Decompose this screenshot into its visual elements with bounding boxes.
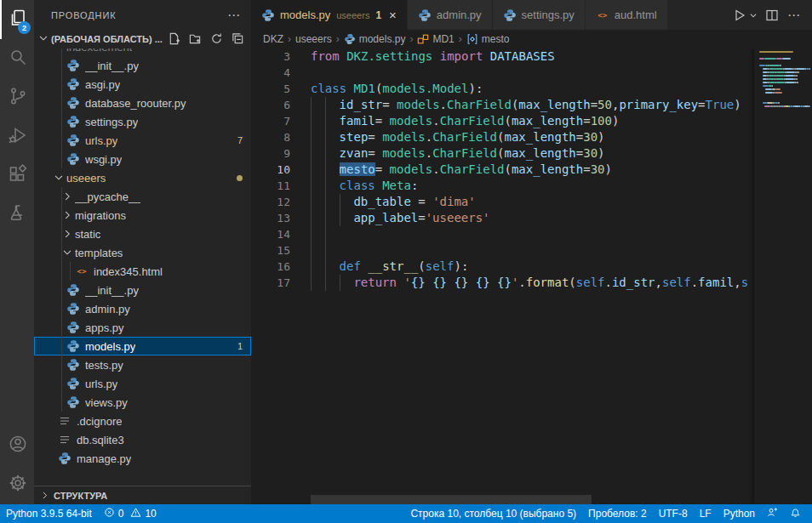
more-actions-icon[interactable]: ⋯ <box>785 6 803 25</box>
minimap-segment <box>775 78 784 80</box>
status-eol[interactable]: LF <box>694 504 718 523</box>
tab-settings-py[interactable]: settings.py <box>493 0 585 30</box>
horizontal-scrollbar[interactable] <box>311 495 592 504</box>
tree-item-label: asgi.py <box>85 78 120 91</box>
code-line[interactable]: 7famil= models.CharField(max_length=100) <box>251 113 812 129</box>
tree-item-tests-py[interactable]: tests.py <box>34 355 251 374</box>
status-language-mode[interactable]: Python <box>718 504 761 523</box>
tree-item-index345-html[interactable]: <>index345.html <box>34 262 251 281</box>
collapse-all-icon[interactable] <box>232 32 244 47</box>
tree-item-apps-py[interactable]: apps.py <box>34 318 251 337</box>
activity-account[interactable] <box>0 426 34 465</box>
status-problems[interactable]: 010 <box>98 504 163 523</box>
tree-item-database-roouter-py[interactable]: database_roouter.py <box>34 94 251 112</box>
minimap-line <box>759 85 810 88</box>
outline-section-header[interactable]: СТРУКТУРА <box>34 486 251 504</box>
code-line[interactable]: 16def __str__(self): <box>251 259 812 275</box>
breadcrumb-item-useeers[interactable]: useeers <box>295 33 332 45</box>
status-feedback[interactable] <box>761 504 784 523</box>
tree-item-label: __init__.py <box>85 60 139 72</box>
breadcrumb-item-md1[interactable]: MD1 <box>417 33 454 45</box>
breadcrumb-item-dkz[interactable]: DKZ <box>263 33 283 45</box>
modified-dot <box>237 175 243 181</box>
token: 'useeers' <box>426 211 490 225</box>
minimap-segment <box>767 102 774 104</box>
tree-item--dcignore[interactable]: .dcignore <box>34 412 251 430</box>
explorer-more-actions-icon[interactable]: ⋯ <box>227 8 241 23</box>
code-line[interactable]: 17return '{} {} {} {} {}'.format(self.id… <box>251 275 812 291</box>
line-number: 13 <box>251 210 290 226</box>
tree-item--init-py[interactable]: __init__.py <box>34 56 251 75</box>
activity-explorer[interactable]: 2 <box>0 0 34 39</box>
tree-item-urls-py[interactable]: urls.py <box>34 374 251 393</box>
tree-item-wsgi-py[interactable]: wsgi.py <box>34 150 251 168</box>
split-editor-icon[interactable] <box>763 6 781 25</box>
tree-item-static[interactable]: static <box>34 225 251 243</box>
activity-run-debug[interactable] <box>0 117 34 156</box>
run-icon[interactable] <box>730 6 749 25</box>
token: ) <box>605 162 612 176</box>
tree-item-clipped[interactable]: indexelement <box>34 48 251 56</box>
code-line[interactable]: 6id_str= models.CharField(max_length=50,… <box>251 97 812 113</box>
code-line[interactable]: 14 <box>251 226 812 242</box>
tree-item-views-py[interactable]: views.py <box>34 393 251 412</box>
code-line[interactable]: 8step= models.CharField(max_length=30) <box>251 129 812 145</box>
status-indentation[interactable]: Пробелов: 2 <box>582 504 653 523</box>
token: max_length <box>512 114 583 128</box>
code-line[interactable]: 3from DKZ.settings import DATABASES <box>251 48 812 65</box>
warning-count: 10 <box>145 508 156 520</box>
run-dropdown-icon[interactable] <box>747 6 759 25</box>
token: : <box>411 179 418 192</box>
status-cursor-position[interactable]: Строка 10, столбец 10 (выбрано 5) <box>404 504 582 523</box>
indent-guide <box>311 113 312 129</box>
activity-extensions[interactable] <box>0 156 34 196</box>
refresh-icon[interactable] <box>210 32 223 47</box>
code-line[interactable]: 13app_label='useeers' <box>251 210 812 226</box>
tree-item-urls-py[interactable]: urls.py7 <box>34 131 251 150</box>
code-line[interactable]: 10mesto= models.CharField(max_length=30) <box>251 162 812 178</box>
status-encoding[interactable]: UTF-8 <box>653 504 694 523</box>
tab-aud-html[interactable]: <>aud.html <box>586 0 667 30</box>
tree-item-manage-py[interactable]: manage.py <box>34 449 251 468</box>
breadcrumb-item-mesto[interactable]: mesto <box>466 33 510 45</box>
code-line[interactable]: 15 <box>251 242 812 259</box>
activity-testing[interactable] <box>0 196 34 235</box>
activity-badge: 2 <box>18 21 31 34</box>
tree-item-settings-py[interactable]: settings.py <box>34 112 251 131</box>
breadcrumb-item-models.py[interactable]: models.py <box>344 33 406 45</box>
token: ( <box>418 259 425 273</box>
tree-item-admin-py[interactable]: admin.py <box>34 299 251 318</box>
tree-item-models-py[interactable]: models.py1 <box>34 337 251 355</box>
tree-item-migrations[interactable]: migrations <box>34 206 251 225</box>
close-icon[interactable]: × <box>389 9 397 21</box>
token: s <box>741 276 748 289</box>
tree-item--pycache-[interactable]: __pycache__ <box>34 187 251 206</box>
minimap[interactable] <box>754 48 812 504</box>
status-notifications[interactable] <box>784 504 807 523</box>
code-editor[interactable]: 3from DKZ.settings import DATABASES45cla… <box>251 48 812 504</box>
tree-item-templates[interactable]: templates <box>34 243 251 262</box>
new-file-icon[interactable] <box>168 32 180 47</box>
token: format <box>526 276 569 289</box>
code-line[interactable]: 4 <box>251 65 812 81</box>
code-line[interactable]: 5class MD1(models.Model): <box>251 81 812 97</box>
activity-source-control[interactable] <box>0 78 34 117</box>
workspace-section-header[interactable]: (РАБОЧАЯ ОБЛАСТЬ) ... <box>34 30 251 48</box>
tab-models-py[interactable]: models.pyuseeers1× <box>251 0 407 30</box>
tree-item-asgi-py[interactable]: asgi.py <box>34 75 251 94</box>
tree-item-useeers[interactable]: useeers <box>34 168 251 187</box>
tree-item-db-sqlite3[interactable]: db.sqlite3 <box>34 430 251 449</box>
status-python-version[interactable]: Python 3.9.5 64-bit <box>0 504 98 523</box>
activity-search[interactable] <box>0 39 34 78</box>
tree-item-label: indexelement <box>34 48 132 54</box>
code-line[interactable]: 11class Meta: <box>251 178 812 194</box>
new-folder-icon[interactable] <box>189 32 202 47</box>
tab-admin-py[interactable]: admin.py <box>408 0 492 30</box>
indent-guide <box>311 145 312 162</box>
code-line[interactable]: 9zvan= models.CharField(max_length=30) <box>251 145 812 162</box>
activity-settings-gear[interactable] <box>0 465 34 504</box>
code-line[interactable]: 12db_table = 'dima' <box>251 194 812 210</box>
minimap-line <box>759 92 810 94</box>
tree-item--init-py[interactable]: __init__.py <box>34 281 251 299</box>
indent-guide <box>340 275 340 291</box>
